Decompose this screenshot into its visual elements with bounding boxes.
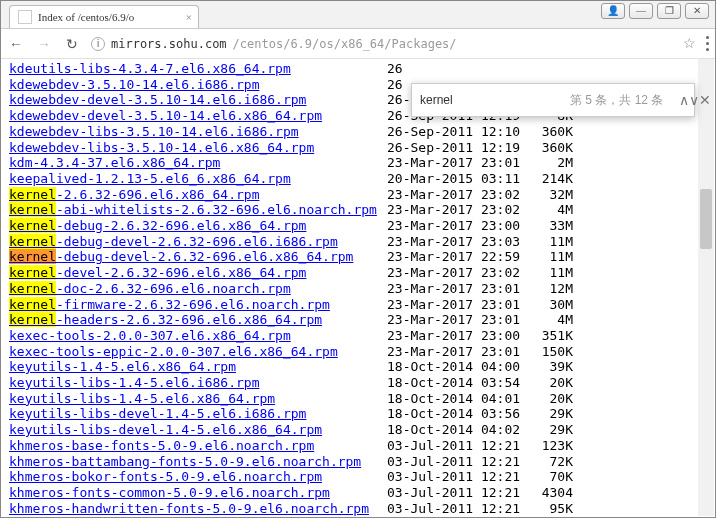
user-button[interactable]: 👤 xyxy=(601,3,625,19)
table-row: kdm-4.3.4-37.el6.x86_64.rpm23-Mar-2017 2… xyxy=(9,155,707,171)
directory-listing: kdeutils-libs-4.3.4-7.el6.x86_64.rpm26kd… xyxy=(1,59,715,518)
site-info-icon[interactable]: i xyxy=(91,37,105,51)
file-date: 23-Mar-2017 23:01 xyxy=(387,297,525,313)
file-link[interactable]: keepalived-1.2.13-5.el6_6.x86_64.rpm xyxy=(9,171,291,186)
find-close-button[interactable]: ✕ xyxy=(699,92,711,108)
window-controls: 👤 — ❐ ✕ xyxy=(601,3,709,19)
file-link[interactable]: kernel-abi-whitelists-2.6.32-696.el6.noa… xyxy=(9,202,377,217)
tab-title: Index of /centos/6.9/o xyxy=(38,11,134,23)
file-link[interactable]: khmeros-fonts-common-5.0-9.el6.noarch.rp… xyxy=(9,485,330,500)
file-date: 20-Mar-2015 03:11 xyxy=(387,171,525,187)
file-link[interactable]: kernel-devel-2.6.32-696.el6.x86_64.rpm xyxy=(9,265,306,280)
find-next-button[interactable]: ∨ xyxy=(689,92,699,108)
table-row: kdeutils-libs-4.3.4-7.el6.x86_64.rpm26 xyxy=(9,61,707,77)
tab-close-button[interactable]: × xyxy=(186,11,192,23)
close-window-button[interactable]: ✕ xyxy=(685,3,709,19)
file-size: 30M xyxy=(525,297,573,313)
file-link[interactable]: kexec-tools-2.0.0-307.el6.x86_64.rpm xyxy=(9,328,291,343)
file-link[interactable]: kdm-4.3.4-37.el6.x86_64.rpm xyxy=(9,155,220,170)
forward-button[interactable]: → xyxy=(35,36,53,52)
minimize-button[interactable]: — xyxy=(629,3,653,19)
tab-favicon xyxy=(18,10,32,24)
file-date: 23-Mar-2017 23:01 xyxy=(387,344,525,360)
file-size: 2M xyxy=(525,155,573,171)
file-size: 11M xyxy=(525,249,573,265)
file-link[interactable]: kdewebdev-devel-3.5.10-14.el6.i686.rpm xyxy=(9,92,306,107)
file-link[interactable]: kernel-headers-2.6.32-696.el6.x86_64.rpm xyxy=(9,312,322,327)
file-link[interactable]: kernel-doc-2.6.32-696.el6.noarch.rpm xyxy=(9,281,291,296)
table-row: keyutils-libs-devel-1.4-5.el6.i686.rpm18… xyxy=(9,406,707,422)
file-link[interactable]: kdewebdev-3.5.10-14.el6.i686.rpm xyxy=(9,77,259,92)
bookmark-star-button[interactable]: ☆ xyxy=(683,35,696,52)
file-link[interactable]: khmeros-bokor-fonts-5.0-9.el6.noarch.rpm xyxy=(9,469,322,484)
table-row: kdewebdev-libs-3.5.10-14.el6.x86_64.rpm2… xyxy=(9,140,707,156)
table-row: kexec-tools-eppic-2.0.0-307.el6.x86_64.r… xyxy=(9,344,707,360)
table-row: kernel-doc-2.6.32-696.el6.noarch.rpm23-M… xyxy=(9,281,707,297)
file-link[interactable]: kdewebdev-libs-3.5.10-14.el6.x86_64.rpm xyxy=(9,140,314,155)
address-bar[interactable]: i mirrors.sohu.com/centos/6.9/os/x86_64/… xyxy=(91,37,673,51)
file-date: 03-Jul-2011 12:21 xyxy=(387,454,525,470)
find-input[interactable] xyxy=(420,93,570,107)
file-link[interactable]: kdewebdev-libs-3.5.10-14.el6.i686.rpm xyxy=(9,124,299,139)
file-link[interactable]: kernel-debug-devel-2.6.32-696.el6.x86_64… xyxy=(9,249,353,264)
file-link[interactable]: kernel-debug-devel-2.6.32-696.el6.i686.r… xyxy=(9,234,338,249)
browser-tab[interactable]: Index of /centos/6.9/o × xyxy=(9,5,199,28)
file-link[interactable]: keyutils-libs-1.4-5.el6.x86_64.rpm xyxy=(9,391,275,406)
file-link[interactable]: kdeutils-libs-4.3.4-7.el6.x86_64.rpm xyxy=(9,61,291,76)
file-link[interactable]: keyutils-libs-1.4-5.el6.i686.rpm xyxy=(9,375,259,390)
file-size: 11M xyxy=(525,234,573,250)
table-row: keyutils-libs-1.4-5.el6.i686.rpm18-Oct-2… xyxy=(9,375,707,391)
table-row: keepalived-1.2.13-5.el6_6.x86_64.rpm20-M… xyxy=(9,171,707,187)
file-date: 03-Jul-2011 12:21 xyxy=(387,485,525,501)
table-row: khmeros-handwritten-fonts-5.0-9.el6.noar… xyxy=(9,501,707,517)
find-in-page-bar: 第 5 条，共 12 条 ∧ ∨ ✕ xyxy=(411,83,695,117)
file-link[interactable]: khmeros-battambang-fonts-5.0-9.el6.noarc… xyxy=(9,454,361,469)
file-date: 18-Oct-2014 04:02 xyxy=(387,422,525,438)
file-size: 72K xyxy=(525,454,573,470)
table-row: kdewebdev-libs-3.5.10-14.el6.i686.rpm26-… xyxy=(9,124,707,140)
file-size: 33M xyxy=(525,218,573,234)
table-row: kernel-devel-2.6.32-696.el6.x86_64.rpm23… xyxy=(9,265,707,281)
table-row: khmeros-fonts-common-5.0-9.el6.noarch.rp… xyxy=(9,485,707,501)
table-row: keyutils-1.4-5.el6.x86_64.rpm18-Oct-2014… xyxy=(9,359,707,375)
vertical-scrollbar[interactable] xyxy=(698,59,714,516)
file-date: 03-Jul-2011 12:21 xyxy=(387,469,525,485)
file-size: 4M xyxy=(525,312,573,328)
file-link[interactable]: khmeros-base-fonts-5.0-9.el6.noarch.rpm xyxy=(9,438,314,453)
file-date: 26-Sep-2011 12:19 xyxy=(387,140,525,156)
file-size xyxy=(525,61,573,77)
table-row: kexec-tools-2.0.0-307.el6.x86_64.rpm23-M… xyxy=(9,328,707,344)
file-date: 26 xyxy=(387,61,525,77)
table-row: kernel-2.6.32-696.el6.x86_64.rpm23-Mar-2… xyxy=(9,187,707,203)
back-button[interactable]: ← xyxy=(7,36,25,52)
table-row: kernel-headers-2.6.32-696.el6.x86_64.rpm… xyxy=(9,312,707,328)
file-link[interactable]: keyutils-libs-devel-1.4-5.el6.i686.rpm xyxy=(9,406,306,421)
file-link[interactable]: keyutils-libs-devel-1.4-5.el6.x86_64.rpm xyxy=(9,422,322,437)
file-link[interactable]: kernel-2.6.32-696.el6.x86_64.rpm xyxy=(9,187,259,202)
file-link[interactable]: kexec-tools-eppic-2.0.0-307.el6.x86_64.r… xyxy=(9,344,338,359)
file-date: 18-Oct-2014 04:01 xyxy=(387,391,525,407)
file-size: 123K xyxy=(525,438,573,454)
table-row: keyutils-libs-1.4-5.el6.x86_64.rpm18-Oct… xyxy=(9,391,707,407)
reload-button[interactable]: ↻ xyxy=(63,36,81,52)
table-row: kernel-debug-devel-2.6.32-696.el6.i686.r… xyxy=(9,234,707,250)
url-path: /centos/6.9/os/x86_64/Packages/ xyxy=(233,37,457,51)
file-link[interactable]: kernel-firmware-2.6.32-696.el6.noarch.rp… xyxy=(9,297,330,312)
chrome-menu-button[interactable] xyxy=(706,36,709,51)
file-size: 150K xyxy=(525,344,573,360)
file-size: 360K xyxy=(525,124,573,140)
file-date: 23-Mar-2017 22:59 xyxy=(387,249,525,265)
file-link[interactable]: keyutils-1.4-5.el6.x86_64.rpm xyxy=(9,359,236,374)
file-link[interactable]: kdewebdev-devel-3.5.10-14.el6.x86_64.rpm xyxy=(9,108,322,123)
find-prev-button[interactable]: ∧ xyxy=(679,92,689,108)
file-link[interactable]: khmeros-handwritten-fonts-5.0-9.el6.noar… xyxy=(9,501,369,516)
file-date: 03-Jul-2011 12:21 xyxy=(387,438,525,454)
file-date: 23-Mar-2017 23:03 xyxy=(387,234,525,250)
table-row: kernel-debug-devel-2.6.32-696.el6.x86_64… xyxy=(9,249,707,265)
maximize-button[interactable]: ❐ xyxy=(657,3,681,19)
file-size: 214K xyxy=(525,171,573,187)
file-date: 18-Oct-2014 04:00 xyxy=(387,359,525,375)
file-size: 20K xyxy=(525,391,573,407)
file-link[interactable]: kernel-debug-2.6.32-696.el6.x86_64.rpm xyxy=(9,218,306,233)
file-size: 360K xyxy=(525,140,573,156)
